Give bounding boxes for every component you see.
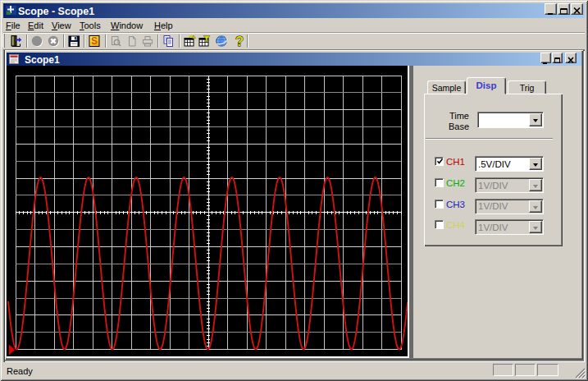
svg-text:?: ? [235,34,244,48]
svg-text:S: S [91,35,98,47]
